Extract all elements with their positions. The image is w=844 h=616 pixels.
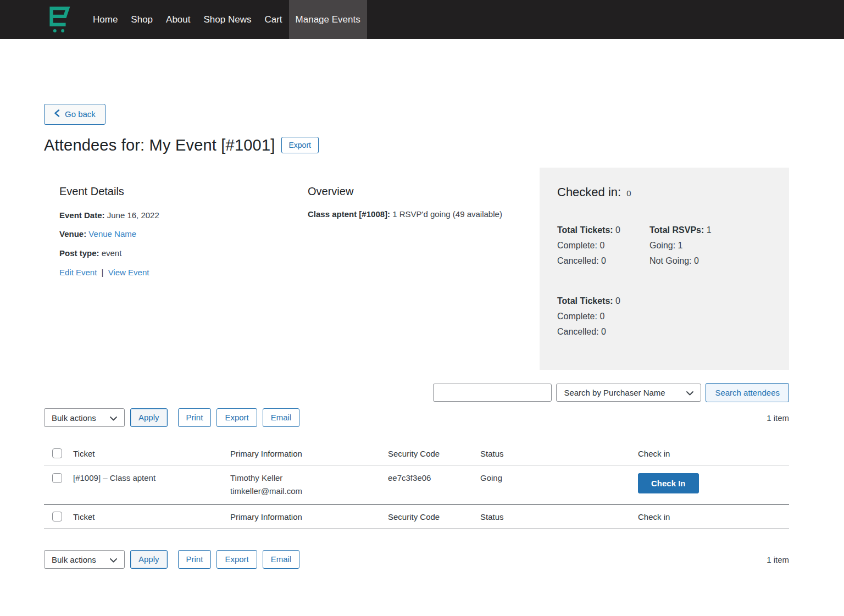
bulk-actions-selected-value: Bulk actions — [52, 555, 96, 564]
overview-ticket-value: 1 RSVP'd going (49 available) — [392, 209, 502, 219]
attendee-row: [#1009] – Class aptent Timothy Keller ti… — [44, 465, 789, 505]
footer-column-primary-information: Primary Information — [230, 505, 388, 529]
nav-item-shop[interactable]: Shop — [124, 0, 159, 39]
table-header-row: Ticket Primary Information Security Code… — [44, 442, 789, 465]
complete2-value: 0 — [599, 312, 604, 321]
checked-in-label: Checked in: — [557, 185, 621, 199]
go-back-button[interactable]: Go back — [44, 104, 106, 125]
bulk-actions-select-bottom[interactable]: Bulk actions — [44, 550, 125, 569]
not-going-value: 0 — [694, 256, 699, 265]
export-button[interactable]: Export — [216, 408, 257, 427]
check-in-button[interactable]: Check In — [638, 473, 699, 493]
total-tickets2-label: Total Tickets: — [557, 296, 613, 306]
main-menu: Home Shop About Shop News Cart Manage Ev… — [86, 0, 367, 39]
total-tickets2-value: 0 — [615, 296, 620, 306]
column-header-status: Status — [480, 442, 638, 465]
column-header-ticket: Ticket — [73, 442, 230, 465]
export-button-bottom[interactable]: Export — [216, 550, 257, 569]
event-date-value: June 16, 2022 — [107, 210, 159, 220]
bulk-actions-selected-value: Bulk actions — [52, 413, 96, 423]
total-tickets-label: Total Tickets: — [557, 225, 613, 235]
tickets-stats-block2: Total Tickets: 0 Complete: 0 Cancelled: … — [557, 293, 649, 340]
print-button-bottom[interactable]: Print — [178, 550, 212, 569]
footer-column-security-code: Security Code — [388, 505, 480, 529]
ticket-cell: [#1009] – Class aptent — [73, 465, 230, 505]
select-all-checkbox[interactable] — [52, 448, 62, 458]
search-filter-select[interactable]: Search by Purchaser Name — [556, 384, 701, 402]
select-all-checkbox-bottom[interactable] — [52, 512, 62, 521]
apply-button-bottom[interactable]: Apply — [130, 550, 168, 569]
attendee-search-bar: Search by Purchaser Name Search attendee… — [44, 383, 789, 403]
row-checkbox[interactable] — [52, 473, 62, 483]
edit-event-link[interactable]: Edit Event — [59, 268, 97, 277]
complete-label: Complete: — [557, 241, 597, 250]
bulk-actions-toolbar-top: Bulk actions Apply Print Export Email 1 … — [44, 408, 789, 427]
tickets-stats-column: Total Tickets: 0 Complete: 0 Cancelled: … — [557, 223, 649, 269]
search-attendees-button[interactable]: Search attendees — [706, 383, 789, 403]
total-rsvps-value: 1 — [707, 225, 712, 235]
overview-heading: Overview — [308, 185, 540, 198]
venue-link[interactable]: Venue Name — [88, 229, 136, 238]
column-header-check-in: Check in — [638, 442, 789, 465]
export-attendees-button[interactable]: Export — [281, 137, 319, 153]
event-summary-section: Event Details Event Date: June 16, 2022 … — [44, 168, 789, 370]
primary-information-cell: Timothy Keller timkeller@mail.com — [230, 465, 388, 505]
chevron-down-icon — [686, 388, 693, 397]
going-label: Going: — [649, 241, 675, 250]
overview-card: Overview Class aptent [#1008]: 1 RSVP'd … — [308, 168, 540, 370]
footer-column-check-in: Check in — [638, 505, 789, 529]
total-rsvps-label: Total RSVPs: — [649, 225, 704, 235]
item-count: 1 item — [767, 413, 789, 423]
table-footer-row: Ticket Primary Information Security Code… — [44, 505, 789, 529]
cancelled2-value: 0 — [601, 327, 606, 336]
search-attendees-input[interactable] — [433, 384, 552, 402]
overview-ticket-label: Class aptent [#1008]: — [308, 209, 390, 219]
event-details-card: Event Details Event Date: June 16, 2022 … — [44, 168, 308, 370]
security-code-cell: ee7c3f3e06 — [388, 465, 480, 505]
top-navigation: Home Shop About Shop News Cart Manage Ev… — [0, 0, 844, 39]
link-separator: | — [102, 268, 104, 277]
page-content: Go back Attendees for: My Event [#1001] … — [44, 39, 789, 613]
rsvp-stats-column: Total RSVPs: 1 Going: 1 Not Going: 0 — [649, 223, 742, 269]
bulk-actions-toolbar-bottom: Bulk actions Apply Print Export Email 1 … — [44, 550, 789, 569]
page-title: Attendees for: My Event [#1001] — [44, 136, 275, 154]
cart-logo-icon — [47, 4, 71, 35]
chevron-down-icon — [110, 413, 117, 423]
nav-item-home[interactable]: Home — [86, 0, 124, 39]
event-date-label: Event Date: — [59, 210, 105, 220]
item-count-bottom: 1 item — [767, 555, 789, 564]
purchaser-email: timkeller@mail.com — [230, 486, 382, 496]
checked-in-value: 0 — [626, 188, 631, 198]
complete-value: 0 — [599, 241, 604, 250]
going-value: 1 — [678, 241, 683, 250]
footer-column-ticket: Ticket — [73, 505, 230, 529]
attendees-table: Ticket Primary Information Security Code… — [44, 442, 789, 529]
complete2-label: Complete: — [557, 312, 597, 321]
search-filter-selected-value: Search by Purchaser Name — [564, 388, 665, 397]
nav-item-manage-events[interactable]: Manage Events — [289, 0, 367, 39]
status-cell: Going — [480, 465, 638, 505]
purchaser-name: Timothy Keller — [230, 473, 382, 482]
view-event-link[interactable]: View Event — [108, 268, 149, 277]
cancelled-value: 0 — [601, 256, 606, 265]
post-type-value: event — [102, 248, 122, 258]
go-back-label: Go back — [65, 109, 96, 120]
not-going-label: Not Going: — [649, 256, 691, 265]
email-button-bottom[interactable]: Email — [263, 550, 300, 569]
event-details-heading: Event Details — [59, 185, 295, 198]
site-logo[interactable] — [47, 0, 71, 39]
bulk-actions-select[interactable]: Bulk actions — [44, 408, 125, 427]
cancelled2-label: Cancelled: — [557, 327, 599, 336]
venue-label: Venue: — [59, 229, 86, 238]
email-button[interactable]: Email — [263, 408, 300, 427]
nav-item-about[interactable]: About — [159, 0, 197, 39]
column-header-primary-information: Primary Information — [230, 442, 388, 465]
print-button[interactable]: Print — [178, 408, 212, 427]
stats-panel: Checked in: 0 Total Tickets: 0 Complete:… — [540, 168, 789, 370]
chevron-left-icon — [54, 109, 60, 120]
nav-item-shop-news[interactable]: Shop News — [197, 0, 258, 39]
nav-item-cart[interactable]: Cart — [258, 0, 288, 39]
apply-button[interactable]: Apply — [130, 408, 168, 427]
column-header-security-code: Security Code — [388, 442, 480, 465]
total-tickets-value: 0 — [615, 225, 620, 235]
